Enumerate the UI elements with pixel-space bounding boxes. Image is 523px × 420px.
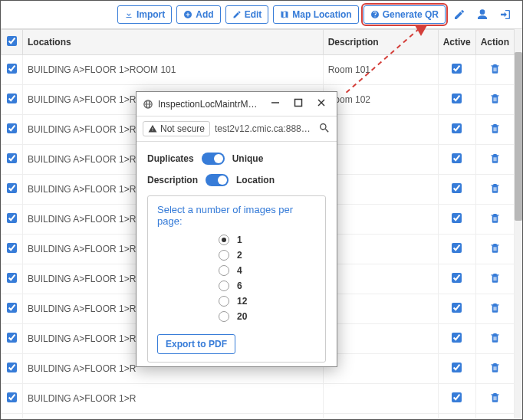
- delete-button[interactable]: [489, 335, 501, 346]
- url-text[interactable]: test2v12.cmic.ca:8888/cmi...: [215, 123, 314, 134]
- images-heading: Select a number of images per page:: [157, 204, 316, 227]
- trash-icon: [489, 93, 501, 104]
- locations-cell: BUILDING A>FLOOR 1>ROOM 101: [23, 55, 324, 85]
- radio-button[interactable]: [219, 235, 229, 245]
- active-checkbox[interactable]: [452, 273, 462, 283]
- radio-label: 12: [237, 296, 247, 307]
- active-checkbox[interactable]: [452, 363, 462, 372]
- scrollbar-track[interactable]: [515, 29, 522, 418]
- active-checkbox[interactable]: [452, 123, 462, 133]
- export-pdf-button[interactable]: Export to PDF: [157, 334, 235, 354]
- user-icon[interactable]: [473, 5, 492, 24]
- active-cell: [438, 354, 475, 384]
- delete-button[interactable]: [489, 96, 501, 107]
- active-checkbox[interactable]: [452, 64, 462, 74]
- radio-option[interactable]: 6: [219, 281, 316, 291]
- delete-button[interactable]: [489, 66, 501, 77]
- trash-icon: [489, 153, 501, 164]
- delete-button[interactable]: [489, 245, 501, 256]
- description-cell: [323, 384, 438, 414]
- row-checkbox[interactable]: [7, 153, 17, 163]
- header-description[interactable]: Description: [323, 30, 438, 55]
- active-checkbox[interactable]: [452, 303, 462, 313]
- popup-titlebar[interactable]: InspectionLocMaintrMaint...: [137, 92, 337, 116]
- description-cell: [323, 205, 438, 235]
- action-cell: [475, 85, 514, 115]
- close-button[interactable]: [312, 97, 331, 111]
- radio-option[interactable]: 20: [219, 311, 316, 322]
- trash-icon: [489, 302, 501, 313]
- description-cell: [323, 414, 438, 419]
- active-cell: [438, 235, 475, 264]
- radio-button[interactable]: [219, 311, 229, 322]
- radio-label: 20: [237, 311, 247, 322]
- delete-button[interactable]: [489, 395, 501, 405]
- active-checkbox[interactable]: [452, 243, 462, 253]
- row-checkbox[interactable]: [7, 243, 17, 253]
- duplicates-toggle[interactable]: [202, 153, 225, 165]
- delete-button[interactable]: [489, 305, 501, 316]
- active-checkbox[interactable]: [452, 392, 462, 402]
- action-cell: [475, 175, 514, 205]
- row-checkbox[interactable]: [7, 64, 17, 74]
- active-checkbox[interactable]: [452, 213, 462, 223]
- active-cell: [438, 175, 475, 205]
- active-checkbox[interactable]: [452, 183, 462, 193]
- edit-button[interactable]: Edit: [225, 5, 269, 24]
- active-checkbox[interactable]: [452, 153, 462, 163]
- row-checkbox[interactable]: [7, 392, 17, 402]
- popup-urlbar: Not secure test2v12.cmic.ca:8888/cmi...: [137, 116, 337, 142]
- active-cell: [438, 264, 475, 294]
- add-button[interactable]: Add: [176, 5, 220, 24]
- row-checkbox[interactable]: [7, 303, 17, 313]
- minimize-button[interactable]: [266, 97, 285, 111]
- maximize-button[interactable]: [289, 97, 308, 111]
- delete-button[interactable]: [489, 156, 501, 166]
- radio-option[interactable]: 12: [219, 296, 316, 307]
- radio-option[interactable]: 4: [219, 265, 316, 276]
- description-cell: [323, 264, 438, 294]
- map-location-button[interactable]: Map Location: [273, 5, 358, 24]
- header-active[interactable]: Active: [438, 30, 475, 55]
- row-checkbox[interactable]: [7, 333, 17, 343]
- select-all-checkbox[interactable]: [7, 36, 17, 46]
- active-cell: [438, 85, 475, 115]
- header-locations[interactable]: Locations: [23, 30, 324, 55]
- description-cell: Room 102: [323, 85, 438, 115]
- delete-button[interactable]: [489, 126, 501, 136]
- radio-label: 6: [237, 281, 242, 291]
- not-secure-badge[interactable]: Not secure: [143, 121, 210, 136]
- logout-icon[interactable]: [496, 5, 515, 24]
- description-toggle[interactable]: [206, 174, 229, 186]
- active-checkbox[interactable]: [452, 333, 462, 343]
- radio-option[interactable]: 1: [219, 235, 316, 245]
- radio-button[interactable]: [219, 296, 229, 307]
- radio-button[interactable]: [219, 250, 229, 261]
- trash-icon: [489, 392, 501, 403]
- delete-button[interactable]: [489, 275, 501, 286]
- radio-button[interactable]: [219, 265, 229, 276]
- delete-button[interactable]: [489, 365, 501, 376]
- row-checkbox[interactable]: [7, 183, 17, 193]
- trash-icon: [489, 332, 501, 343]
- header-checkbox-cell: [2, 30, 23, 55]
- edit-page-icon[interactable]: [450, 5, 469, 24]
- row-checkbox[interactable]: [7, 123, 17, 133]
- radio-button[interactable]: [219, 281, 229, 291]
- generate-qr-button[interactable]: Generate QR: [363, 5, 446, 24]
- active-checkbox[interactable]: [452, 94, 462, 103]
- radio-option[interactable]: 2: [219, 250, 316, 261]
- action-cell: [475, 115, 514, 145]
- delete-button[interactable]: [489, 215, 501, 226]
- images-per-page-box: Select a number of images per page: 1246…: [147, 195, 326, 363]
- scrollbar-thumb[interactable]: [515, 52, 522, 221]
- search-icon[interactable]: [318, 122, 331, 136]
- row-checkbox[interactable]: [7, 213, 17, 223]
- active-cell: [438, 205, 475, 235]
- row-checkbox[interactable]: [7, 94, 17, 103]
- delete-button[interactable]: [489, 185, 501, 196]
- plus-circle-icon: [183, 10, 192, 19]
- row-checkbox[interactable]: [7, 363, 17, 372]
- row-checkbox[interactable]: [7, 273, 17, 283]
- import-button[interactable]: Import: [117, 5, 172, 24]
